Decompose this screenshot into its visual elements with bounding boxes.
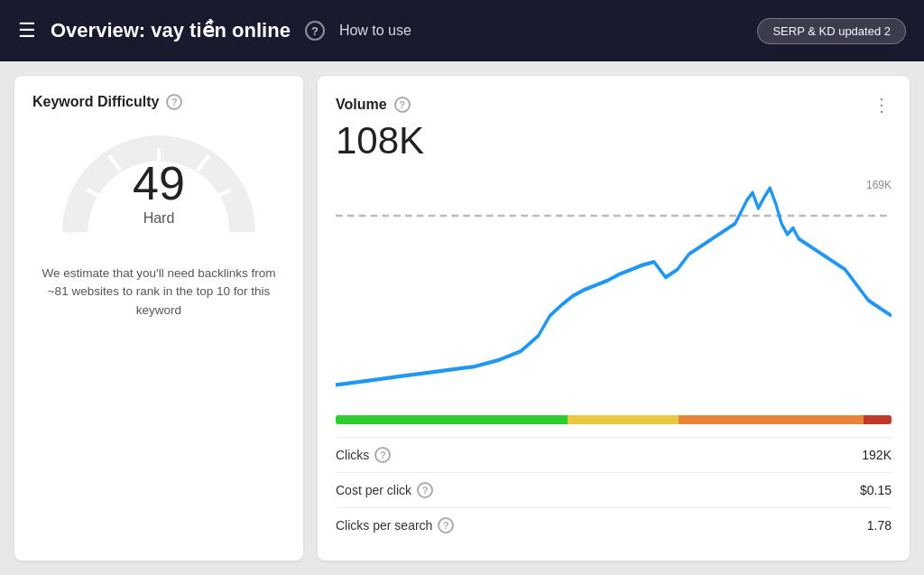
volume-chart-svg (336, 170, 892, 408)
cpc-label: Cost per click (336, 483, 411, 497)
clicks-value: 192K (862, 448, 892, 462)
bar-red (864, 415, 892, 424)
volume-menu-icon[interactable]: ⋮ (873, 94, 892, 116)
bar-orange (679, 415, 864, 424)
cps-help-icon[interactable]: ? (438, 517, 454, 533)
bar-green (336, 415, 568, 424)
cpc-help-icon[interactable]: ? (417, 482, 433, 498)
kd-header: Keyword Difficulty ? (32, 94, 182, 110)
stat-row-clicks: Clicks ? 192K (336, 437, 892, 472)
header: ☰ Overview: vay tiền online ? How to use… (0, 0, 924, 61)
volume-title: Volume (336, 97, 387, 113)
kd-title: Keyword Difficulty (32, 94, 159, 110)
clicks-label: Clicks (336, 448, 369, 462)
keyword-difficulty-card: Keyword Difficulty ? (14, 76, 303, 561)
kd-help-icon[interactable]: ? (166, 94, 182, 110)
gauge-center: 49 Hard (133, 160, 185, 227)
kd-score: 49 (133, 160, 185, 207)
volume-value: 108K (336, 119, 892, 162)
how-to-use-link[interactable]: How to use (339, 23, 411, 39)
volume-header: Volume ? ⋮ (336, 94, 892, 116)
page-title: Overview: vay tiền online (51, 19, 291, 42)
bar-yellow (568, 415, 679, 424)
volume-help-icon[interactable]: ? (394, 97, 411, 113)
cps-value: 1.78 (867, 518, 892, 533)
kd-description: We estimate that you'll need backlinks f… (42, 264, 276, 320)
title-help-icon[interactable]: ? (305, 21, 325, 41)
clicks-help-icon[interactable]: ? (374, 447, 391, 463)
volume-card: Volume ? ⋮ 108K 169K Cl (318, 76, 910, 561)
main-content: Keyword Difficulty ? (0, 61, 924, 575)
cps-label: Clicks per search (336, 518, 432, 533)
chart-peak-label: 169K (866, 179, 892, 191)
stat-row-cps: Clicks per search ? 1.78 (336, 507, 892, 543)
chart-area: 169K (336, 170, 892, 408)
kd-difficulty-label: Hard (133, 210, 185, 227)
stat-row-cpc: Cost per click ? $0.15 (336, 472, 892, 507)
serp-badge: SERP & KD updated 2 (757, 18, 906, 44)
menu-icon[interactable]: ☰ (18, 19, 36, 42)
cpc-value: $0.15 (860, 483, 892, 497)
gauge-container: 49 Hard (55, 128, 263, 246)
difficulty-bar (336, 415, 892, 424)
